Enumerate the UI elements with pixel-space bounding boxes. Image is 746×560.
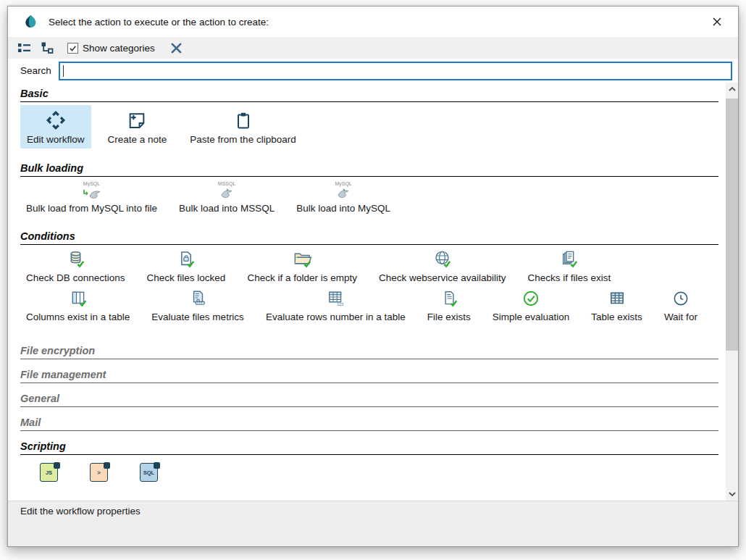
action-check-folder-empty[interactable]: Check if a folder is empty: [241, 248, 363, 285]
svg-text:123: 123: [337, 302, 343, 306]
vertical-scrollbar[interactable]: [726, 83, 738, 501]
action-create-a-note[interactable]: Create a note: [101, 105, 174, 149]
action-file-exists[interactable]: File exists: [422, 288, 477, 324]
search-row: Search: [8, 59, 738, 83]
action-label: Checks if files exist: [528, 272, 611, 283]
action-simple-evaluation[interactable]: Simple evaluation: [487, 288, 576, 324]
file-check-icon: [440, 289, 458, 308]
sql-script-icon: SQL: [140, 463, 158, 482]
tree-view-icon: [41, 41, 54, 54]
section-items-row-1: Check DB connections Check files locked: [20, 248, 718, 285]
paste-clipboard-icon: [233, 110, 253, 130]
section-title: File management: [20, 369, 106, 380]
section-title: Basic: [20, 88, 49, 99]
search-box[interactable]: [59, 62, 732, 80]
action-sql-script[interactable]: SQL: [133, 458, 164, 485]
action-select-dialog: Select the action to execute or the acti…: [7, 6, 739, 547]
action-table-exists[interactable]: Table exists: [585, 288, 648, 324]
action-label: Bulk load into MSSQL: [179, 203, 274, 214]
db-badge: MSSQL: [218, 181, 236, 187]
action-bulk-load-into-mssql[interactable]: MSSQL Bulk load into MSSQL: [173, 180, 280, 215]
scroll-down-button[interactable]: [726, 488, 738, 501]
section-header: Scripting: [20, 440, 718, 455]
table-rows-123-icon: 123: [326, 289, 345, 308]
section-title: Bulk loading: [20, 162, 83, 174]
script-icon-text: SQL: [143, 469, 154, 476]
show-categories-toggle[interactable]: Show categories: [67, 43, 155, 54]
action-evaluate-rows-number-in-a-table[interactable]: 123 Evaluate rows number in a table: [260, 288, 411, 324]
search-label: Search: [20, 65, 51, 76]
action-label: Simple evaluation: [493, 312, 570, 322]
section-title: Mail: [20, 417, 41, 428]
section-title: File encryption: [20, 345, 95, 356]
list-view-icon: [17, 41, 31, 54]
action-check-files-locked[interactable]: Check files locked: [141, 248, 232, 285]
section-header: Conditions: [20, 230, 718, 245]
section-header: General: [20, 392, 718, 407]
clear-x-icon: [170, 42, 183, 54]
script-icon-text: >: [97, 469, 100, 476]
section-file-management: File management: [20, 368, 718, 383]
hop-logo-icon: [22, 14, 38, 30]
section-header: File management: [20, 368, 718, 383]
section-items: Edit workflow Create a note: [20, 105, 718, 149]
close-button[interactable]: [706, 11, 728, 33]
db-badge: MySQL: [83, 181, 100, 187]
action-label: Wait for: [664, 312, 697, 322]
action-label: Bulk load from MySQL into file: [26, 203, 157, 214]
action-paste-from-clipboard[interactable]: Paste from the clipboard: [183, 105, 302, 149]
action-bulk-load-from-mysql-into-file[interactable]: MySQL Bulk load from MySQL into file: [20, 180, 163, 215]
clock-icon: [671, 289, 690, 308]
action-label: Paste from the clipboard: [190, 134, 296, 145]
action-shell-script[interactable]: >: [83, 458, 114, 485]
action-wait-for[interactable]: Wait for: [658, 288, 703, 324]
show-categories-checkbox[interactable]: [67, 43, 78, 54]
chevron-down-icon: [729, 492, 736, 496]
section-header: File encryption: [20, 344, 718, 359]
green-check-circle-icon: [521, 289, 540, 308]
list-view-button[interactable]: [15, 39, 33, 57]
action-label: Columns exist in a table: [26, 312, 130, 322]
script-icon-text: JS: [46, 469, 52, 476]
description-bar: Edit the workflow properties: [8, 501, 738, 546]
action-check-db-connections[interactable]: Check DB connections: [20, 248, 131, 285]
section-bulk-loading: Bulk loading MySQL Bulk load from MySQL …: [20, 162, 718, 215]
action-checks-if-files-exist[interactable]: Checks if files exist: [522, 248, 617, 285]
action-label: File exists: [427, 312, 471, 322]
files-stack-check-icon: [559, 249, 579, 269]
section-header: Basic: [20, 87, 718, 102]
action-label: Check webservice availability: [379, 272, 506, 283]
action-javascript-script[interactable]: JS: [33, 458, 64, 485]
action-label: Check DB connections: [26, 272, 125, 283]
edit-workflow-icon: [46, 110, 66, 130]
globe-check-icon: [432, 249, 452, 269]
action-label: Create a note: [108, 134, 167, 145]
checkmark-icon: [69, 44, 77, 52]
create-note-icon: [127, 110, 147, 130]
tree-view-button[interactable]: [38, 39, 56, 57]
close-icon: [712, 17, 722, 27]
section-conditions: Conditions Check DB connections: [20, 230, 718, 324]
action-label: Evaluate files metrics: [151, 312, 244, 322]
action-columns-exist-in-a-table[interactable]: Columns exist in a table: [20, 288, 135, 324]
show-categories-label: Show categories: [83, 43, 155, 54]
search-input[interactable]: [64, 63, 731, 79]
action-label: Check if a folder is empty: [247, 272, 357, 283]
action-list-scroll-area: Basic Edit workflow: [8, 83, 726, 501]
section-title: Conditions: [20, 230, 75, 242]
section-scripting: Scripting JS > SQL: [20, 440, 718, 485]
action-evaluate-files-metrics[interactable]: Evaluate files metrics: [146, 288, 250, 324]
scroll-up-button[interactable]: [726, 83, 738, 96]
section-title: Scripting: [20, 440, 66, 452]
action-label: Evaluate rows number in a table: [266, 312, 406, 322]
dialog-title: Select the action to execute or the acti…: [49, 17, 269, 28]
action-label: Edit workflow: [27, 134, 85, 145]
scrollbar-thumb[interactable]: [726, 99, 738, 351]
clear-search-button[interactable]: [168, 39, 185, 57]
table-grid-icon: [608, 289, 626, 308]
shell-script-icon: >: [90, 463, 108, 482]
action-check-webservice-availability[interactable]: Check webservice availability: [373, 248, 512, 285]
action-edit-workflow[interactable]: Edit workflow: [20, 105, 91, 149]
action-bulk-load-into-mysql[interactable]: MySQL Bulk load into MySQL: [290, 180, 396, 215]
section-basic: Basic Edit workflow: [20, 87, 718, 149]
